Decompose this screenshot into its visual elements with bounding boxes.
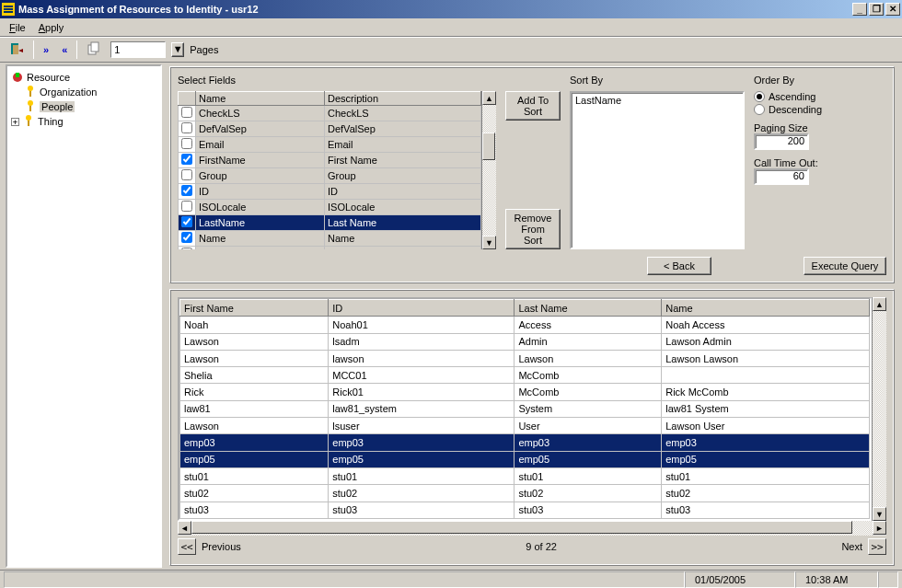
- page-dropdown[interactable]: ▼: [171, 42, 184, 57]
- svg-rect-5: [13, 45, 18, 54]
- nav-back-fast[interactable]: «: [58, 42, 71, 57]
- field-row[interactable]: LastNameLast Name: [179, 215, 481, 231]
- field-row[interactable]: ISOLocaleISOLocale: [179, 200, 481, 215]
- timeout-label: Call Time Out:: [754, 157, 864, 168]
- menu-apply[interactable]: Apply: [35, 21, 68, 34]
- sort-item[interactable]: LastName: [575, 95, 739, 106]
- toolbar-icon-pages[interactable]: [83, 40, 105, 60]
- field-checkbox[interactable]: [181, 169, 192, 180]
- svg-point-16: [26, 115, 31, 121]
- page-number-input[interactable]: 1: [110, 41, 166, 58]
- page-position: 9 of 22: [526, 541, 557, 552]
- field-row[interactable]: NameName: [179, 231, 481, 247]
- previous-label[interactable]: Previous: [202, 541, 241, 552]
- minimize-button[interactable]: _: [852, 3, 867, 16]
- next-arrow-button[interactable]: >>: [868, 538, 886, 555]
- field-checkbox[interactable]: [181, 107, 192, 118]
- paging-size-label: Paging Size: [754, 122, 864, 133]
- field-checkbox[interactable]: [181, 201, 192, 212]
- back-button[interactable]: < Back: [647, 257, 711, 275]
- next-label[interactable]: Next: [841, 541, 862, 552]
- tree-expand-icon[interactable]: +: [11, 118, 19, 126]
- field-row[interactable]: DefValSepDefValSep: [179, 121, 481, 137]
- menubar: File Apply: [0, 18, 902, 37]
- status-time: 10:38 AM: [795, 571, 878, 588]
- svg-point-12: [28, 86, 33, 91]
- result-row[interactable]: stu02stu02stu02stu02: [180, 485, 870, 502]
- criteria-group: Select Fields NameDescriptionCheckLSChec…: [169, 66, 895, 283]
- statusbar: 01/05/2005 10:38 AM: [0, 570, 902, 588]
- field-row[interactable]: EmailEmail: [179, 137, 481, 153]
- menu-file[interactable]: File: [6, 21, 29, 34]
- results-vscroll[interactable]: ▲▼: [872, 297, 886, 521]
- toolbar-icon-door[interactable]: [6, 40, 28, 60]
- select-fields-label: Select Fields: [178, 75, 496, 86]
- field-checkbox[interactable]: [181, 138, 192, 149]
- fields-scrollbar[interactable]: ▲ ▼: [481, 91, 496, 249]
- tree-root[interactable]: Resource: [11, 70, 156, 85]
- result-row[interactable]: stu01stu01stu01stu01: [180, 467, 870, 484]
- tree-item-thing[interactable]: + Thing: [11, 114, 156, 129]
- app-icon: [2, 3, 15, 16]
- field-checkbox[interactable]: [181, 122, 192, 133]
- remove-from-sort-button[interactable]: Remove From Sort: [505, 209, 561, 249]
- svg-rect-1: [4, 6, 13, 7]
- field-checkbox[interactable]: [181, 154, 192, 165]
- tree-item-organization[interactable]: Organization: [11, 85, 156, 99]
- field-checkbox[interactable]: [181, 232, 192, 243]
- result-row[interactable]: LawsonlsadmAdminLawson Admin: [180, 333, 870, 350]
- svg-rect-10: [16, 73, 19, 77]
- results-nav: << Previous 9 of 22 Next >>: [178, 536, 886, 558]
- sort-by-label: Sort By: [570, 75, 745, 86]
- prev-arrow-button[interactable]: <<: [178, 538, 196, 555]
- result-row[interactable]: emp03emp03emp03emp03: [180, 434, 870, 451]
- paging-size-input[interactable]: 200: [754, 133, 809, 150]
- execute-query-button[interactable]: Execute Query: [804, 257, 886, 275]
- order-descending-radio[interactable]: Descending: [754, 104, 864, 115]
- field-row[interactable]: FirstNameFirst Name: [179, 153, 481, 168]
- pages-label: Pages: [190, 44, 218, 55]
- status-date: 01/05/2005: [685, 571, 795, 588]
- fields-table[interactable]: NameDescriptionCheckLSCheckLSDefValSepDe…: [178, 91, 481, 249]
- results-grid[interactable]: First NameIDLast NameNameNoahNoah01Acces…: [178, 297, 872, 521]
- result-row[interactable]: RickRick01McCombRick McComb: [180, 384, 870, 400]
- result-row[interactable]: LawsonlsuserUserLawson User: [180, 418, 870, 434]
- close-button[interactable]: ✕: [885, 3, 900, 16]
- timeout-input[interactable]: 60: [754, 168, 809, 185]
- resource-tree[interactable]: Resource Organization People + Thing: [6, 64, 162, 568]
- results-group: First NameIDLast NameNameNoahNoah01Acces…: [169, 289, 895, 566]
- svg-rect-8: [91, 42, 98, 52]
- result-row[interactable]: LawsonlawsonLawsonLawson Lawson: [180, 350, 870, 366]
- svg-rect-2: [4, 8, 13, 10]
- field-row[interactable]: CheckLSCheckLS: [179, 106, 481, 121]
- window-title: Mass Assignment of Resources to Identity…: [18, 4, 259, 15]
- field-row[interactable]: GroupGroup: [179, 168, 481, 184]
- sort-list[interactable]: LastName: [570, 91, 745, 249]
- result-row[interactable]: NoahNoah01AccessNoah Access: [180, 317, 870, 333]
- field-row[interactable]: IDID: [179, 184, 481, 200]
- field-checkbox[interactable]: [181, 216, 192, 227]
- svg-rect-3: [4, 11, 13, 13]
- result-row[interactable]: SheliaMCC01McComb: [180, 367, 870, 384]
- result-row[interactable]: stu03stu03stu03stu03: [180, 502, 870, 518]
- titlebar: Mass Assignment of Resources to Identity…: [0, 0, 902, 18]
- results-hscroll[interactable]: ◄►: [178, 521, 886, 536]
- maximize-button[interactable]: ❐: [869, 3, 884, 16]
- svg-marker-6: [18, 49, 23, 52]
- order-by-label: Order By: [754, 75, 864, 86]
- result-row[interactable]: law81law81_systemSystemlaw81 System: [180, 400, 870, 417]
- result-row[interactable]: emp05emp05emp05emp05: [180, 451, 870, 467]
- nav-forward-fast[interactable]: »: [40, 42, 52, 57]
- svg-point-14: [28, 100, 33, 106]
- field-checkbox[interactable]: [181, 248, 192, 249]
- tree-item-people[interactable]: People: [11, 99, 156, 114]
- field-checkbox[interactable]: [181, 185, 192, 196]
- order-ascending-radio[interactable]: Ascending: [754, 91, 864, 102]
- toolbar: » « 1 ▼ Pages: [0, 37, 902, 63]
- field-row[interactable]: OLEDBCLawson OLEDB Connector: [179, 247, 481, 250]
- add-to-sort-button[interactable]: Add To Sort: [505, 91, 561, 121]
